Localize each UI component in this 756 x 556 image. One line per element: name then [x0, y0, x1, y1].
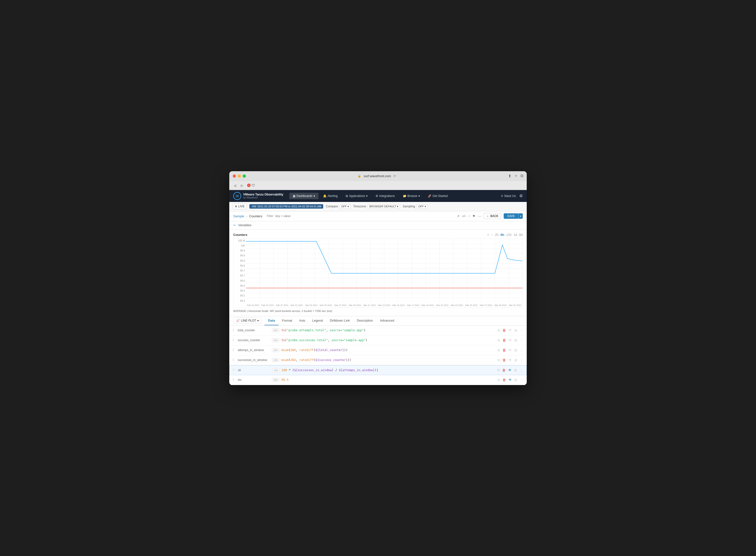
tab-format[interactable]: Format [279, 316, 296, 325]
forward-nav-button[interactable]: ▶ [240, 183, 245, 188]
timezone-select[interactable]: BROWSER DEFAULT ▾ [368, 204, 400, 209]
up-icon[interactable]: ↑ [469, 214, 470, 218]
reload-icon[interactable]: ⟳ [393, 174, 396, 178]
delete-icon-1[interactable]: 🗑 [502, 328, 506, 333]
save-dropdown-button[interactable]: ▾ [518, 213, 523, 219]
drag-handle[interactable]: ⠿ [232, 328, 236, 332]
maximize-button[interactable] [243, 174, 246, 178]
code-toggle-4[interactable]: </> [272, 358, 279, 362]
tab-legend[interactable]: Legend [309, 316, 326, 325]
nav-tab-alerting[interactable]: 🔔 Alerting [319, 193, 341, 199]
copy-icon-4[interactable]: ⧉ [497, 357, 501, 363]
time-1d-button[interactable]: 1d [514, 233, 517, 237]
flag-icon[interactable]: ⚑ [473, 214, 475, 218]
breadcrumb-actions: ↗ </> ↑ ⚑ ⋯ ← BACK SAVE ▾ [457, 213, 523, 219]
eye-icon-1[interactable]: 👁 [508, 328, 512, 333]
expand-icon-3[interactable]: ⊞ [514, 348, 518, 353]
delete-icon-2[interactable]: 🗑 [502, 338, 506, 343]
share-action-icon[interactable]: ↗ [457, 214, 459, 218]
more-icon-4[interactable]: ⋮ [519, 357, 524, 362]
code-toggle-2[interactable]: </> [272, 338, 279, 342]
time-6h-button[interactable]: 6h [501, 233, 504, 237]
tab-data[interactable]: Data [265, 316, 278, 325]
slack-button[interactable]: # Slack Us [501, 194, 516, 198]
compare-select[interactable]: OFF ▾ [340, 204, 351, 209]
copy-icon-5[interactable]: ⧉ [497, 368, 500, 373]
eye-icon-6[interactable]: 👁 [508, 377, 512, 382]
drag-handle[interactable]: ⠿ [232, 348, 236, 352]
new-tab-icon[interactable]: + [515, 174, 517, 178]
copy-icon-1[interactable]: ⧉ [497, 328, 501, 333]
more-icon-1[interactable]: ⋮ [519, 328, 524, 333]
live-button[interactable]: LIVE [233, 204, 247, 209]
expand-icon-1[interactable]: ⊞ [514, 328, 518, 333]
tab-axis[interactable]: Axis [296, 316, 309, 325]
tab-description[interactable]: Description [353, 316, 377, 325]
delete-icon-4[interactable]: 🗑 [502, 357, 506, 362]
expand-icon-4[interactable]: ⊞ [514, 357, 518, 362]
time-12h-button[interactable]: 12h [506, 233, 512, 237]
query-formula-3[interactable]: msum(28d, ratediff(${total_counter})) [281, 348, 495, 352]
nav-right: # Slack Us ⚙ [501, 194, 523, 198]
eye-icon-2[interactable]: 👁 [508, 338, 512, 343]
copy-icon-2[interactable]: ⧉ [497, 338, 501, 343]
nav-tab-dashboards[interactable]: ▦ Dashboards ▾ [289, 193, 318, 199]
delete-icon-3[interactable]: 🗑 [502, 348, 506, 353]
query-actions-3: ⧉ 🗑 👁 ⊞ ⋮ [497, 348, 524, 353]
back-nav-button[interactable]: ◀ [232, 183, 237, 188]
more-icon-3[interactable]: ⋮ [519, 348, 524, 353]
back-button[interactable]: ← BACK [484, 213, 501, 219]
filter-input[interactable] [275, 214, 455, 218]
tab-overview-icon[interactable]: ⧉ [520, 174, 523, 178]
code-toggle-3[interactable]: </> [272, 348, 279, 352]
time-8d-button[interactable]: 8d [519, 233, 523, 237]
chart-area[interactable]: 100 M 100 99.9 99.9 99.8 99.8 99.7 99.7 … [233, 239, 523, 308]
query-formula-4[interactable]: msum(28d, ratediff(${success_counter})) [281, 358, 495, 362]
share-icon[interactable]: ⬆ [508, 174, 511, 178]
url-display[interactable]: surf.wavefront.com [364, 174, 391, 178]
code-toggle-6[interactable]: </> [272, 378, 279, 382]
drag-handle[interactable]: ⠿ [232, 378, 236, 382]
more-icon[interactable]: ⋯ [478, 214, 481, 218]
code-toggle-5[interactable]: </> [272, 368, 280, 372]
eye-icon-4[interactable]: 👁 [508, 357, 512, 362]
more-icon-6[interactable]: ⋮ [519, 377, 524, 382]
breadcrumb-parent[interactable]: Sample [233, 214, 244, 218]
drag-handle[interactable]: ⠿ [232, 339, 236, 342]
delete-icon-6[interactable]: 🗑 [502, 377, 506, 382]
code-toggle-1[interactable]: </> [272, 328, 279, 332]
nav-tab-applications[interactable]: ⊞ Applications ▾ [342, 193, 371, 199]
expand-icon-5[interactable]: ⊞ [514, 368, 518, 373]
tab-drilldown[interactable]: Drilldown Link [327, 316, 353, 325]
expand-icon-6[interactable]: ⊞ [514, 377, 518, 382]
nav-tab-get-started[interactable]: 🚀 Get Started [424, 193, 451, 199]
query-formula-2[interactable]: ts("probe.successes.total", source="samp… [281, 339, 495, 342]
delete-icon-5[interactable]: 🗑 [502, 368, 506, 373]
minimize-button[interactable] [238, 174, 241, 178]
settings-icon[interactable]: ⚙ [519, 194, 523, 198]
tab-advanced[interactable]: Advanced [377, 316, 398, 325]
eye-icon-5[interactable]: 👁 [508, 368, 512, 373]
save-button[interactable]: SAVE [504, 213, 518, 219]
zoom-in-icon[interactable]: + [487, 233, 489, 237]
drag-handle[interactable]: ⠿ [232, 358, 236, 362]
copy-icon-6[interactable]: ⧉ [497, 377, 501, 383]
query-formula-5[interactable]: 100 * (${successes_in_window} / ${attemp… [282, 369, 495, 372]
eye-icon-3[interactable]: 👁 [508, 348, 512, 353]
time-range-picker[interactable]: -6W 2021-02-20 07:05:53 PM to 2021-04-02… [249, 204, 323, 209]
zoom-out-icon[interactable]: − [491, 233, 493, 237]
sampling-select[interactable]: OFF ▾ [417, 204, 428, 209]
more-icon-5[interactable]: ⋮ [519, 368, 523, 373]
nav-tab-browse[interactable]: 📁 Browse ▾ [399, 193, 423, 199]
copy-icon-3[interactable]: ⧉ [497, 348, 501, 353]
code-action-icon[interactable]: </> [462, 215, 466, 217]
more-icon-2[interactable]: ⋮ [519, 338, 524, 343]
plot-type-selector[interactable]: 📈 LINE PLOT ▾ [233, 317, 262, 324]
nav-tab-integrations[interactable]: ⚙ Integrations [372, 193, 398, 199]
time-2h-button[interactable]: 2h [495, 233, 499, 237]
query-formula-6[interactable]: 99.5 [281, 378, 495, 382]
drag-handle[interactable]: ⠿ [233, 369, 236, 372]
query-formula-1[interactable]: ts("probe.attempts.total", source="sampl… [281, 328, 495, 332]
expand-icon-2[interactable]: ⊞ [514, 338, 518, 343]
close-button[interactable] [233, 174, 236, 178]
